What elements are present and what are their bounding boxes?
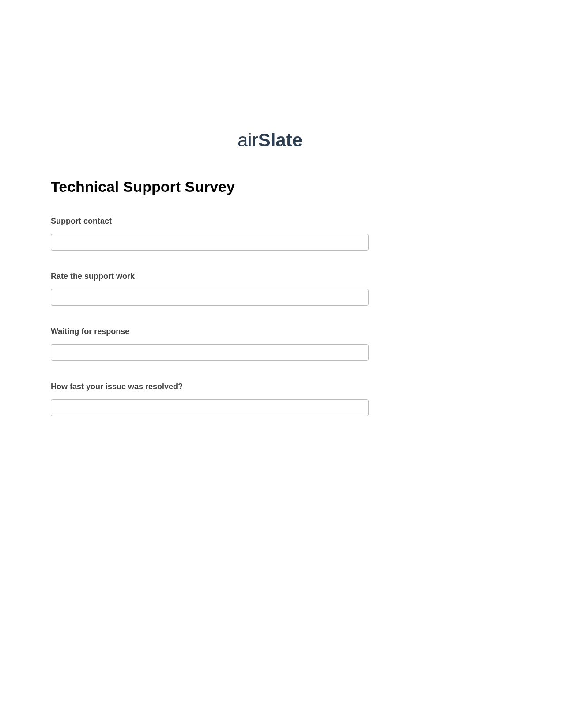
page-title: Technical Support Survey [51,178,512,195]
field-issue-resolved: How fast your issue was resolved? [51,382,512,416]
label-rate-support: Rate the support work [51,272,512,281]
input-issue-resolved[interactable] [51,399,369,416]
label-issue-resolved: How fast your issue was resolved? [51,382,512,391]
field-rate-support: Rate the support work [51,272,512,306]
form-container: airSlate Technical Support Survey Suppor… [0,0,563,416]
field-waiting-response: Waiting for response [51,327,512,361]
label-waiting-response: Waiting for response [51,327,512,336]
input-rate-support[interactable] [51,289,369,306]
svg-text:airSlate: airSlate [238,130,302,150]
field-support-contact: Support contact [51,217,512,251]
label-support-contact: Support contact [51,217,512,226]
input-support-contact[interactable] [51,234,369,251]
airslate-logo: airSlate [238,128,326,156]
input-waiting-response[interactable] [51,344,369,361]
logo-wrap: airSlate [51,128,512,156]
